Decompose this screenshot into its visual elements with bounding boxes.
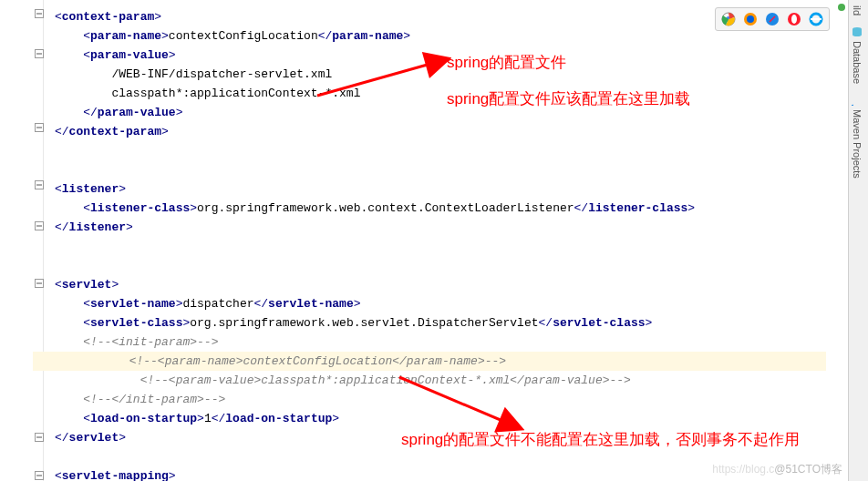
tab-label: Database — [852, 41, 863, 84]
fold-end-icon[interactable] — [35, 221, 44, 230]
code-line[interactable]: </listener> — [44, 218, 839, 237]
svg-point-30 — [852, 33, 862, 36]
svg-point-25 — [791, 15, 797, 24]
code-line[interactable]: <servlet> — [44, 275, 839, 294]
code-line[interactable]: <load-on-startup>1</load-on-startup> — [44, 409, 839, 428]
annotation-text: spring的配置文件 — [447, 52, 566, 74]
tab-label: ild — [852, 5, 863, 15]
firefox-icon[interactable] — [743, 12, 758, 26]
fold-toggle-icon[interactable] — [35, 9, 44, 18]
code-line[interactable]: /WEB-INF/dispatcher-servlet.xml — [44, 65, 839, 84]
svg-text:m: m — [852, 104, 858, 106]
code-line[interactable]: classpath*:applicationContext-*.xml — [44, 84, 839, 103]
fold-toggle-icon[interactable] — [35, 180, 44, 189]
code-line[interactable]: <param-value> — [44, 46, 839, 65]
annotation-text: spring的配置文件不能配置在这里加载，否则事务不起作用 — [401, 429, 802, 451]
tool-window-build-tab[interactable]: ild — [849, 0, 865, 21]
fold-end-icon[interactable] — [35, 433, 44, 442]
safari-icon[interactable] — [765, 12, 780, 26]
code-line[interactable]: </param-value> — [44, 103, 839, 122]
ie-icon[interactable] — [809, 12, 823, 26]
code-line[interactable]: <listener> — [44, 179, 839, 199]
chrome-icon[interactable] — [721, 12, 736, 26]
annotation-text: spring配置文件应该配置在这里加载 — [447, 88, 690, 110]
tab-label: Maven Projects — [852, 109, 863, 179]
fold-toggle-icon[interactable] — [35, 49, 44, 58]
editor-gutter — [0, 0, 44, 481]
svg-rect-27 — [811, 18, 822, 20]
fold-toggle-icon[interactable] — [35, 279, 44, 288]
code-line[interactable]: <!--<param-name>contextConfigLocation</p… — [33, 352, 826, 371]
watermark-text: https://blog.c@51CTO博客 — [712, 462, 842, 477]
maven-icon: m — [852, 95, 863, 106]
code-line[interactable] — [44, 141, 839, 160]
code-line[interactable]: <!--<init-param>--> — [44, 333, 839, 352]
code-line[interactable] — [44, 237, 839, 256]
svg-point-22 — [747, 15, 754, 23]
scroll-marker-icon — [837, 2, 846, 11]
code-line[interactable]: <!--<param-value>classpath*:applicationC… — [44, 371, 839, 390]
code-editor[interactable]: <context-param> <param-name>contextConfi… — [44, 0, 839, 481]
tool-window-database-tab[interactable]: Database — [849, 21, 865, 89]
fold-end-icon[interactable] — [35, 123, 44, 132]
code-line[interactable]: <servlet-name>dispatcher</servlet-name> — [44, 294, 839, 313]
code-line[interactable]: <!--</init-param>--> — [44, 390, 839, 409]
code-line[interactable]: <servlet-class>org.springframework.web.s… — [44, 313, 839, 333]
tool-window-maven-tab[interactable]: mMaven Projects — [849, 89, 865, 184]
browser-preview-toolbar — [715, 7, 830, 31]
fold-toggle-icon[interactable] — [35, 471, 44, 480]
code-line[interactable]: <listener-class>org.springframework.web.… — [44, 199, 839, 218]
svg-point-18 — [838, 4, 845, 11]
opera-icon[interactable] — [787, 12, 801, 26]
code-line[interactable]: </context-param> — [44, 122, 839, 141]
code-line[interactable] — [44, 256, 839, 275]
code-line[interactable] — [44, 160, 839, 179]
database-icon — [852, 26, 863, 37]
right-tool-window-bar: ild Database mMaven Projects — [848, 0, 868, 481]
